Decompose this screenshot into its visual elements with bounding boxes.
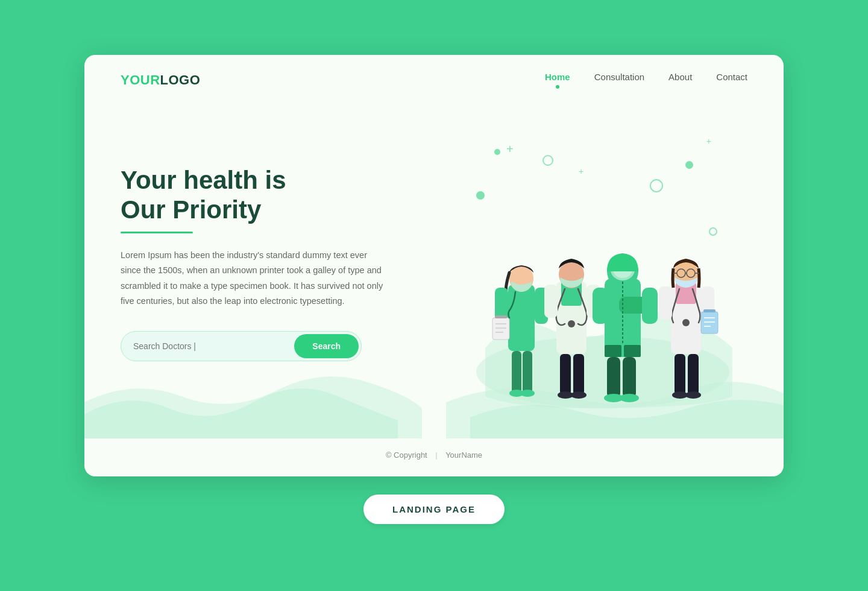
svg-rect-51 — [701, 312, 718, 333]
nav-item-contact[interactable]: Contact — [716, 72, 747, 89]
svg-point-59 — [685, 391, 701, 399]
footer: © Copyright | YourName — [84, 438, 784, 476]
svg-point-23 — [571, 391, 587, 399]
svg-rect-30 — [593, 288, 608, 324]
deco-dot-1 — [494, 149, 500, 155]
svg-rect-5 — [492, 318, 509, 340]
navbar: YOURLOGO Home Consultation About Contact — [84, 55, 784, 101]
main-content: Your health is Our Priority Lorem Ipsum … — [84, 101, 784, 438]
hero-description: Lorem Ipsum has been the industry's stan… — [121, 248, 386, 309]
svg-rect-6 — [495, 315, 507, 318]
nav-links: Home Consultation About Contact — [545, 72, 747, 89]
svg-rect-34 — [624, 345, 641, 357]
logo-your: YOUR — [121, 72, 160, 87]
svg-point-17 — [568, 320, 575, 327]
logo: YOURLOGO — [121, 72, 200, 88]
svg-rect-20 — [560, 354, 571, 395]
nav-item-about[interactable]: About — [668, 72, 692, 89]
svg-point-13 — [520, 390, 535, 397]
nav-link-contact[interactable]: Contact — [716, 72, 747, 82]
search-input[interactable] — [133, 335, 294, 357]
svg-rect-1 — [508, 285, 535, 351]
svg-point-48 — [682, 319, 690, 326]
doctors-illustration — [467, 167, 738, 408]
svg-rect-32 — [642, 288, 658, 324]
copyright-text: © Copyright — [386, 450, 427, 460]
footer-brand: YourName — [445, 450, 482, 460]
nav-item-home[interactable]: Home — [545, 72, 570, 89]
svg-rect-49 — [659, 286, 672, 320]
footer-separator: | — [435, 450, 437, 460]
svg-rect-18 — [544, 285, 558, 318]
svg-rect-36 — [623, 357, 636, 398]
svg-rect-57 — [688, 354, 699, 395]
search-button[interactable]: Search — [294, 334, 359, 358]
left-column: Your health is Our Priority Lorem Ipsum … — [121, 166, 434, 361]
right-column: + + + — [458, 119, 747, 408]
deco-plus-3: + — [706, 137, 711, 145]
search-bar: Search — [121, 331, 362, 361]
main-card: YOURLOGO Home Consultation About Contact… — [84, 55, 784, 476]
nav-link-about[interactable]: About — [668, 72, 692, 82]
hero-headline: Your health is Our Priority — [121, 166, 434, 224]
nav-link-consultation[interactable]: Consultation — [594, 72, 644, 82]
accent-line — [121, 232, 193, 233]
deco-ring-1 — [542, 155, 553, 166]
headline-bold: Our Priority — [121, 195, 261, 224]
landing-page-label: LANDING PAGE — [363, 495, 505, 524]
nav-link-home[interactable]: Home — [545, 72, 570, 89]
svg-rect-56 — [675, 354, 685, 395]
svg-rect-35 — [607, 357, 620, 398]
svg-rect-21 — [573, 354, 584, 395]
headline-light: Your health is — [121, 166, 286, 194]
svg-point-38 — [620, 394, 639, 402]
deco-plus-1: + — [506, 143, 514, 155]
svg-rect-52 — [703, 309, 715, 312]
nav-item-consultation[interactable]: Consultation — [594, 72, 644, 89]
svg-rect-33 — [605, 345, 621, 357]
logo-text: LOGO — [160, 72, 201, 87]
svg-rect-11 — [523, 351, 532, 393]
svg-rect-10 — [512, 351, 521, 393]
